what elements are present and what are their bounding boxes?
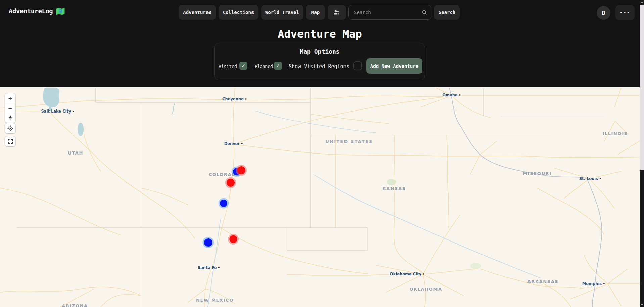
more-menu-button[interactable]: ••• xyxy=(615,5,635,20)
compass-icon xyxy=(8,115,13,121)
zoom-out-button[interactable]: − xyxy=(5,103,15,113)
page-title: Adventure Map xyxy=(0,28,640,40)
zoom-out-icon: − xyxy=(8,105,12,112)
region-label: UTAH xyxy=(68,150,83,156)
city-dot: • xyxy=(218,266,220,270)
adventure-marker-red[interactable] xyxy=(227,179,235,187)
city-dot: • xyxy=(603,282,605,286)
adventure-marker-red[interactable] xyxy=(237,166,245,174)
nav-adventures-button[interactable]: Adventures xyxy=(179,5,216,20)
checkbox-0[interactable]: ✓ xyxy=(239,62,247,70)
adventure-marker-red[interactable] xyxy=(230,235,237,243)
region-label: OKLAHOMA xyxy=(409,287,442,292)
adventure-marker-blue[interactable] xyxy=(220,200,227,207)
zoom-in-button[interactable]: + xyxy=(5,93,15,103)
region-label: ARIZONA xyxy=(62,303,88,307)
city-label: Oklahoma City• xyxy=(390,272,425,276)
nav-map-button[interactable]: Map xyxy=(306,5,325,20)
geolocate-icon xyxy=(7,125,13,131)
city-dot: • xyxy=(72,109,75,114)
city-label: Denver• xyxy=(224,141,243,146)
fullscreen-icon xyxy=(7,138,13,144)
checkbox-label-1[interactable]: Planned xyxy=(255,62,273,71)
search-button[interactable]: Search xyxy=(434,5,460,20)
navbar: AdventureLog Adventures Collections Worl… xyxy=(0,0,640,26)
scroll-up-icon xyxy=(641,2,643,3)
scrollbar-thumb[interactable] xyxy=(640,5,644,170)
nav-collections-button[interactable]: Collections xyxy=(219,5,258,20)
city-dot: • xyxy=(599,177,601,181)
adventure-marker-blue[interactable] xyxy=(204,238,212,247)
search-bar xyxy=(348,5,431,20)
page-scrollbar xyxy=(640,0,644,307)
fullscreen-button[interactable] xyxy=(5,136,15,146)
region-label: ILLINOIS xyxy=(602,131,628,136)
brand-name: AdventureLog xyxy=(9,7,53,15)
region-label: ARKANSAS xyxy=(527,279,559,284)
checkbox-2[interactable] xyxy=(353,61,362,70)
map-canvas[interactable]: Salt Lake City•Cheyenne•Denver•Omaha•St.… xyxy=(0,87,640,307)
scrollbar-up-button[interactable] xyxy=(640,0,644,5)
city-label: Omaha• xyxy=(442,93,461,97)
city-dot: • xyxy=(422,272,425,276)
checkbox-label-2[interactable]: Show Visited Regions xyxy=(289,62,350,71)
users-button[interactable] xyxy=(328,5,346,20)
region-label: KANSAS xyxy=(382,186,406,191)
map-options-card: Map Options Visited✓Planned✓Show Visited… xyxy=(214,43,425,80)
ellipsis-icon: ••• xyxy=(620,10,630,15)
city-label: St. Louis• xyxy=(579,176,601,181)
checkbox-1[interactable]: ✓ xyxy=(274,62,282,70)
add-new-adventure-button[interactable]: Add New Adventure xyxy=(366,58,422,74)
users-icon xyxy=(333,9,340,15)
city-label: Salt Lake City• xyxy=(41,109,74,114)
checkbox-label-0[interactable]: Visited xyxy=(219,62,237,71)
zoom-in-icon: + xyxy=(8,95,12,102)
map-zoom-controls: + − xyxy=(5,93,15,123)
folded-map-icon xyxy=(56,7,65,15)
avatar[interactable]: D xyxy=(597,6,610,20)
compass-button[interactable] xyxy=(5,113,15,123)
city-dot: • xyxy=(245,97,247,101)
scrollbar-down-button[interactable] xyxy=(640,302,644,307)
brand[interactable]: AdventureLog xyxy=(9,7,65,15)
city-label: Cheyenne• xyxy=(222,97,247,101)
map-options-title: Map Options xyxy=(215,48,425,55)
scroll-down-icon xyxy=(641,304,643,305)
city-dot: • xyxy=(459,93,461,97)
search-icon xyxy=(422,10,427,15)
city-label: Memphis• xyxy=(582,281,605,286)
city-label: Santa Fe• xyxy=(198,265,220,270)
city-dot: • xyxy=(241,142,243,146)
geolocate-button[interactable] xyxy=(5,123,15,133)
region-label: NEW MEXICO xyxy=(196,298,234,303)
search-input[interactable] xyxy=(349,10,422,15)
nav-world-travel-button[interactable]: World Travel xyxy=(261,5,303,20)
map-base-layer xyxy=(0,87,640,307)
region-label: MISSOURI xyxy=(523,171,551,176)
region-label: UNITED STATES xyxy=(325,139,373,144)
